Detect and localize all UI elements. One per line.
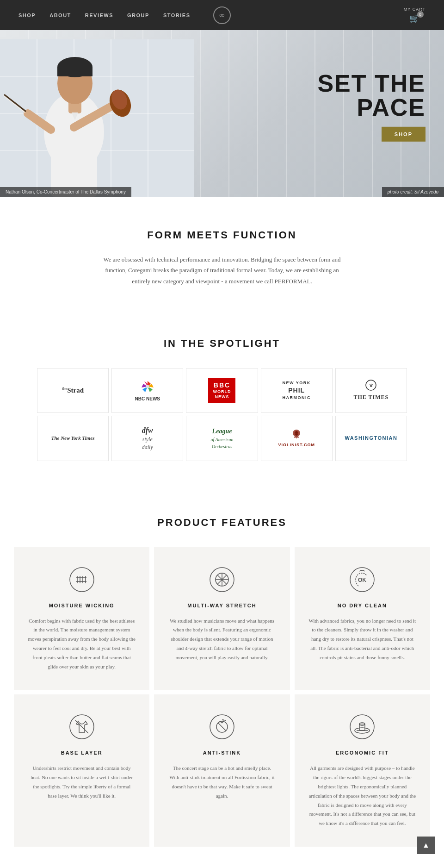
spotlight-section: IN THE SPOTLIGHT theStrad NBC NEWS	[0, 314, 444, 488]
scroll-top-button[interactable]: ▲	[417, 837, 435, 854]
hero-image	[0, 39, 204, 197]
logo-violinist: VIOLINIST.COM	[261, 416, 333, 461]
logo-dfw: dfw style daily	[111, 416, 183, 461]
svg-point-27	[146, 385, 149, 388]
violinist-svg	[0, 39, 194, 197]
ergonomic-icon	[348, 713, 376, 741]
nav-shop[interactable]: SHOP	[18, 12, 36, 18]
logo-nyphil: NEW YORK PHIL HARMONIC	[261, 368, 333, 412]
feature-antistink-name: ANTI-STINK	[168, 750, 276, 756]
feature-stretch-desc: We studied how musicians move and what h…	[168, 617, 276, 662]
feature-base: BASE LAYER Undershirts restrict movement…	[14, 694, 149, 847]
feature-base-desc: Undershirts restrict movement and contai…	[28, 764, 136, 800]
feature-moisture-desc: Comfort begins with fabric used by the b…	[28, 617, 136, 672]
antistink-icon	[208, 713, 236, 741]
feature-stretch: MULTI-WAY STRETCH We studied how musicia…	[154, 547, 290, 690]
hero-title: SET THE PACE	[317, 71, 426, 119]
violinist-logo-icon	[290, 429, 303, 439]
hero-section: SET THE PACE SHOP Nathan Olson, Co-Conce…	[0, 30, 444, 197]
feature-nodry: OK NO DRY CLEAN With advanced fabrics, y…	[295, 547, 430, 690]
feature-moisture: MOISTURE WICKING Comfort begins with fab…	[14, 547, 149, 690]
feature-antistink-desc: The concert stage can be a hot and smell…	[168, 764, 276, 800]
logo-nbc: NBC NEWS	[111, 368, 183, 412]
feature-moisture-name: MOISTURE WICKING	[28, 603, 136, 608]
logo-symbol: ∞	[213, 6, 231, 24]
cart-button[interactable]: MY CART 🛒 0	[404, 7, 426, 24]
feature-stretch-name: MULTI-WAY STRETCH	[168, 603, 276, 608]
spotlight-title: IN THE SPOTLIGHT	[14, 337, 430, 350]
svg-text:OK: OK	[358, 577, 366, 583]
feature-ergonomic: ERGONOMIC FIT All garments are designed …	[295, 694, 430, 847]
logo-bbc: BBC WORLD NEWS	[186, 368, 258, 412]
nbc-peacock-icon	[139, 379, 156, 394]
svg-text:♛: ♛	[369, 383, 373, 388]
stretch-icon	[208, 566, 236, 593]
logo-league: League of American Orchestras	[186, 416, 258, 461]
moisture-icon	[68, 566, 96, 593]
features-grid: MOISTURE WICKING Comfort begins with fab…	[14, 547, 430, 847]
hero-caption-right: photo credit: Sil Azevedo	[382, 187, 444, 197]
nav-reviews[interactable]: REVIEWS	[85, 12, 113, 18]
main-nav: SHOP ABOUT REVIEWS GROUP STORIES	[18, 12, 190, 18]
site-logo[interactable]: ∞	[213, 6, 231, 24]
feature-base-name: BASE LAYER	[28, 750, 136, 756]
logo-strad: theStrad	[37, 368, 109, 412]
logo-nytimes: The New York Times	[37, 416, 109, 461]
cart-label: MY CART	[404, 7, 426, 12]
svg-rect-13	[57, 67, 92, 76]
form-section: FORM MEETS FUNCTION We are obsessed with…	[0, 197, 444, 314]
times-crest-icon: ♛	[365, 380, 376, 391]
hero-shop-button[interactable]: SHOP	[382, 127, 426, 142]
form-section-body: We are obsessed with technical performan…	[102, 254, 342, 287]
hero-caption-left: Nathan Olson, Co-Concertmaster of The Da…	[0, 187, 131, 197]
cart-count: 0	[417, 11, 424, 18]
svg-point-54	[350, 715, 374, 739]
feature-ergonomic-desc: All garments are designed with purpose –…	[308, 764, 416, 828]
hero-text: SET THE PACE SHOP	[317, 71, 426, 142]
form-section-title: FORM MEETS FUNCTION	[74, 229, 370, 241]
logos-grid: theStrad NBC NEWS BBC	[37, 368, 407, 461]
logo-washingtonian: WASHINGTONIAN	[335, 416, 407, 461]
svg-point-34	[70, 568, 94, 592]
nav-stories[interactable]: STORIES	[163, 12, 191, 18]
site-header: SHOP ABOUT REVIEWS GROUP STORIES ∞ MY CA…	[0, 0, 444, 30]
svg-rect-9	[51, 123, 97, 197]
cart-icon-wrap: 🛒 0	[409, 13, 420, 24]
features-section: PRODUCT FEATURES MOISTURE WICKING Comfor…	[0, 489, 444, 868]
nodry-icon: OK	[348, 566, 376, 593]
nav-about[interactable]: ABOUT	[49, 12, 71, 18]
logo-times: ♛ THE TIMES	[335, 368, 407, 412]
feature-antistink: ANTI-STINK The concert stage can be a ho…	[154, 694, 290, 847]
feature-nodry-name: NO DRY CLEAN	[308, 603, 416, 608]
feature-ergonomic-name: ERGONOMIC FIT	[308, 750, 416, 756]
features-title: PRODUCT FEATURES	[14, 517, 430, 529]
feature-nodry-desc: With advanced fabrics, you no longer nee…	[308, 617, 416, 662]
svg-line-53	[218, 723, 226, 731]
base-layer-icon	[68, 713, 96, 741]
nav-group[interactable]: GROUP	[127, 12, 149, 18]
